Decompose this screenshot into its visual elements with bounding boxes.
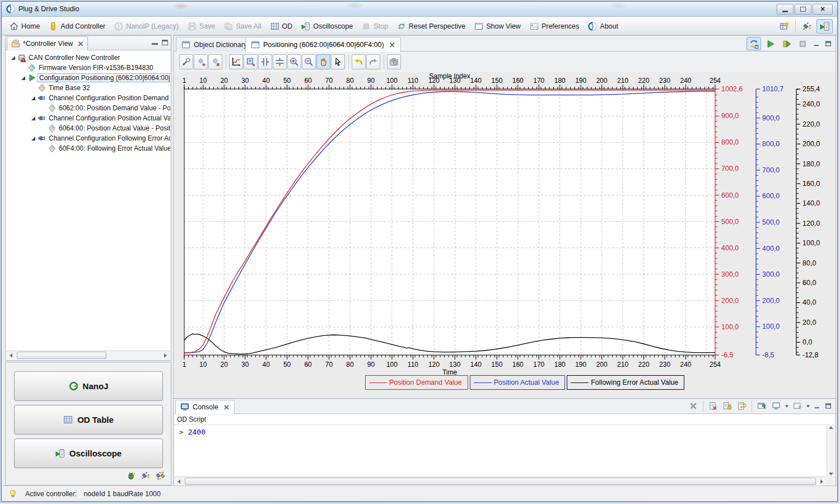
svg-text:60: 60	[304, 77, 312, 85]
expand-arrow-icon[interactable]	[31, 95, 36, 101]
console-horizontal-scrollbar[interactable]	[174, 477, 827, 486]
expand-arrow-icon[interactable]	[11, 55, 16, 60]
record-button[interactable]: M	[746, 37, 761, 50]
toolbar-item-about[interactable]: About	[584, 19, 623, 34]
scrollbar-thumb[interactable]	[185, 478, 816, 485]
oscilloscope-perspective-button[interactable]	[816, 19, 833, 34]
tree-item-60f4-00-following-error-actual-value[interactable]: 60F4:00: Following Error Actual Value	[6, 143, 170, 153]
scroll-right-arrow[interactable]	[817, 477, 827, 486]
editor-tabbar: Positioning (6062:00|6064:00|60F4:00)✕Ob…	[173, 35, 836, 52]
oscilloscope-button[interactable]: Oscilloscope	[14, 438, 163, 468]
toolbar-item-preferences[interactable]: Preferences	[525, 19, 584, 34]
start-button[interactable]	[763, 37, 777, 50]
fit-vertical-button[interactable]	[273, 54, 287, 69]
minimize-view-button[interactable]	[811, 39, 822, 49]
scroll-up-arrow[interactable]	[829, 426, 833, 429]
screenshot-button[interactable]	[387, 54, 401, 69]
tree-horizontal-scrollbar[interactable]	[6, 351, 170, 360]
remove-marker-button[interactable]	[208, 54, 222, 69]
svg-text:800,0: 800,0	[762, 140, 780, 148]
expand-arrow-icon[interactable]	[21, 75, 26, 81]
toolbar-item-home[interactable]: Home	[5, 19, 44, 34]
redo-button[interactable]	[366, 54, 380, 69]
svg-text:-12,8: -12,8	[802, 351, 819, 359]
svg-text:160,0: 160,0	[802, 180, 820, 188]
open-perspective-button[interactable]	[776, 19, 792, 34]
window-close-button[interactable]: ✕	[813, 4, 833, 15]
maximize-console-button[interactable]	[823, 401, 833, 411]
single-shot-button[interactable]	[779, 37, 794, 50]
plug-sync-icon[interactable]	[156, 471, 165, 480]
toolbar-item-label: Show View	[486, 22, 521, 30]
editor-tab-positioning-6062-00-6064-00-60[interactable]: Positioning (6062:00|6064:00|60F4:00)✕	[245, 37, 401, 52]
toolbar-item-reset-perspective[interactable]: Reset Perspective	[393, 19, 470, 34]
maximize-view-button[interactable]	[823, 39, 833, 49]
svg-text:M: M	[755, 45, 758, 48]
new-connection-button[interactable]	[799, 19, 815, 34]
scroll-left-arrow[interactable]	[6, 351, 16, 360]
toolbar-item-oscilloscope[interactable]: Oscilloscope	[297, 19, 357, 34]
od-table-button[interactable]: OD Table	[14, 405, 163, 435]
tree-item-channel-configuration-following-error-ac[interactable]: Channel Configuration Following Error Ac…	[6, 133, 170, 143]
title-bar[interactable]: Plug & Drive Studio ✕	[2, 2, 837, 17]
close-tab-icon[interactable]: ✕	[77, 40, 83, 48]
tree-item-time-base-32[interactable]: Time Base 32	[6, 83, 170, 93]
zoom-out-button[interactable]	[302, 54, 316, 69]
tab-console[interactable]: Console ✕	[175, 400, 235, 414]
minimize-panel-icon[interactable]	[152, 43, 158, 45]
minimize-console-button[interactable]	[812, 401, 822, 411]
nanoj-button[interactable]: NanoJ	[14, 371, 163, 401]
select-button[interactable]	[331, 54, 345, 69]
open-console-button[interactable]	[791, 400, 804, 412]
editor-tab-object-dictionary[interactable]: Object Dictionary	[176, 37, 253, 52]
nanoip-icon	[114, 22, 123, 31]
window-minimize-button[interactable]	[777, 4, 794, 15]
close-console-tab-icon[interactable]: ✕	[223, 404, 230, 411]
diamond-gray-icon	[48, 144, 57, 153]
fit-horizontal-button[interactable]	[258, 54, 272, 69]
toolbar-item-show-view[interactable]: Show View	[470, 19, 525, 34]
scroll-right-arrow[interactable]	[161, 351, 170, 360]
display-selected-console-button[interactable]	[769, 400, 783, 412]
plug-sparkle-icon[interactable]	[141, 471, 151, 480]
tree-item-6062-00-position-demand-value-position-d[interactable]: 6062:00: Position Demand Value - Positio…	[6, 103, 170, 113]
scroll-lock-button[interactable]	[721, 400, 734, 412]
pin-console-button[interactable]	[755, 400, 768, 412]
fit-chart-button[interactable]	[229, 54, 243, 69]
close-tab-icon[interactable]: ✕	[389, 41, 395, 49]
toolbar-item-add-controller[interactable]: Add Controller	[44, 19, 110, 34]
debug-bug-icon[interactable]	[127, 471, 136, 480]
tree-item-channel-configuration-position-actual-va[interactable]: Channel Configuration Position Actual Va…	[6, 113, 170, 123]
zoom-region-button[interactable]	[244, 54, 258, 69]
oscilloscope-chart[interactable]: 1102030405060708090100110120130140150160…	[174, 72, 837, 398]
expand-arrow-icon[interactable]	[31, 115, 36, 121]
diamond-gray-icon	[48, 124, 57, 133]
clear-console-button[interactable]	[706, 400, 720, 412]
dropdown-caret-icon[interactable]	[805, 400, 811, 412]
tab-controller-view[interactable]: *Controller View ✕	[7, 36, 88, 50]
add-controller-icon	[49, 22, 58, 31]
tree-item-configuration-positioning-6062-00-6064-0[interactable]: Configuration Positioning (6062:00|6064:…	[6, 73, 170, 83]
scrollbar-thumb[interactable]	[17, 352, 106, 359]
tree-item-firmware-version-fir-v1536-b194830[interactable]: Firmware Version FIR-v1536-B194830	[6, 63, 170, 73]
maximize-panel-icon[interactable]	[162, 40, 168, 45]
svg-text:120: 120	[428, 361, 440, 368]
console-content[interactable]: > 2400	[174, 425, 827, 477]
tree-item-6064-00-position-actual-value-position-a[interactable]: 6064:00: Position Actual Value - Positio…	[6, 123, 170, 133]
tree-item-can-controller-new-controller[interactable]: CAN Controller New Controller	[6, 53, 170, 63]
zoom-in-button[interactable]	[287, 54, 301, 69]
undo-button[interactable]	[352, 54, 366, 69]
console-vertical-scrollbar[interactable]	[827, 425, 835, 477]
expand-arrow-icon[interactable]	[31, 136, 36, 141]
add-marker-button[interactable]	[194, 54, 208, 69]
scroll-down-arrow[interactable]	[829, 473, 833, 475]
toolbar-item-od[interactable]: OD	[266, 19, 297, 34]
tree-item-channel-configuration-position-demand-va[interactable]: Channel Configuration Position Demand Va…	[6, 93, 170, 103]
toolbar-item-label: Save	[199, 22, 216, 30]
pan-button[interactable]	[316, 54, 330, 69]
dropdown-caret-icon[interactable]	[784, 400, 790, 412]
scroll-left-arrow[interactable]	[174, 477, 184, 486]
window-maximize-button[interactable]	[795, 4, 811, 15]
word-wrap-button[interactable]	[735, 400, 749, 412]
chart-settings-button[interactable]	[179, 54, 193, 69]
